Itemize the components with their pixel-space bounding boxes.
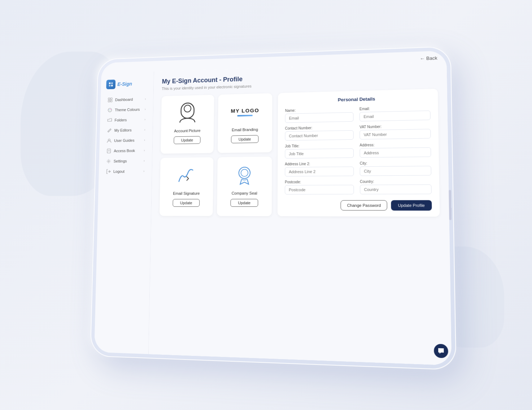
back-label: Back	[426, 55, 437, 61]
svg-rect-7	[110, 100, 112, 102]
city-label: City:	[360, 161, 431, 165]
account-picture-update-btn[interactable]: Update	[174, 136, 201, 144]
postcode-input[interactable]	[285, 185, 354, 195]
sidebar-item-my-editors[interactable]: My Editors ›	[102, 125, 151, 135]
scrollbar[interactable]	[449, 190, 452, 220]
email-branding-icon-area: MY LOGO	[231, 99, 259, 125]
company-seal-svg	[235, 163, 254, 187]
sidebar-item-user-guides[interactable]: User Guides ›	[101, 135, 151, 146]
svg-point-21	[241, 169, 248, 176]
job-title-input[interactable]	[285, 148, 354, 158]
sidebar-item-access-book[interactable]: Access Book ›	[101, 145, 150, 156]
sidebar-item-logout[interactable]: Logout ›	[101, 166, 150, 176]
card-account-picture: Account Picture Update	[161, 95, 214, 154]
name-input[interactable]	[285, 112, 354, 123]
country-label: Country:	[360, 179, 431, 184]
logo-underline	[237, 114, 253, 116]
sidebar: E-Sign Dashboard ›	[94, 71, 154, 354]
form-group-country: Country:	[360, 179, 432, 195]
card-email-signature: Email Signature Update	[160, 157, 213, 216]
address-input[interactable]	[359, 147, 431, 158]
sidebar-item-theme-colours[interactable]: Theme Colours ›	[102, 104, 151, 115]
company-seal-label: Company Seal	[232, 191, 257, 195]
svg-point-19	[184, 105, 191, 112]
sidebar-label-access: Access Book	[114, 149, 135, 153]
logo-text: E-Sign	[117, 81, 132, 87]
chevron-icon-7: ›	[144, 159, 145, 163]
back-arrow-icon: ←	[420, 56, 425, 61]
svg-rect-5	[110, 98, 112, 100]
chevron-icon-5: ›	[144, 138, 145, 142]
folder-icon	[107, 118, 112, 123]
chevron-icon-8: ›	[143, 170, 144, 173]
email-signature-update-btn[interactable]: Update	[173, 199, 200, 207]
form-group-city: City:	[360, 161, 431, 176]
svg-point-16	[108, 161, 109, 162]
back-button[interactable]: ← Back	[420, 55, 437, 61]
chevron-icon-6: ›	[144, 149, 145, 152]
main-area: E-Sign Dashboard ›	[94, 62, 452, 365]
contact-label: Contact Number:	[285, 125, 354, 130]
user-icon	[107, 138, 112, 143]
sidebar-label-dashboard: Dashboard	[115, 97, 133, 102]
logo-icon	[106, 79, 115, 89]
chevron-icon-3: ›	[144, 118, 145, 121]
form-group-name: Name:	[285, 107, 354, 123]
city-input[interactable]	[360, 166, 431, 176]
svg-point-20	[239, 167, 250, 179]
svg-rect-6	[108, 100, 110, 102]
sidebar-item-folders[interactable]: Folders ›	[102, 115, 151, 125]
email-input[interactable]	[359, 110, 431, 121]
address2-input[interactable]	[285, 166, 354, 176]
sidebar-item-settings[interactable]: Settings ›	[101, 156, 150, 166]
sidebar-item-dashboard[interactable]: Dashboard ›	[103, 94, 151, 105]
change-password-button[interactable]: Change Password	[341, 200, 387, 211]
chevron-icon-2: ›	[145, 108, 146, 111]
cog-icon	[106, 159, 111, 163]
personal-details-form: Name: Email: Contact Number:	[285, 105, 432, 195]
chevron-icon: ›	[145, 97, 146, 101]
contact-input[interactable]	[285, 130, 354, 141]
sidebar-label-theme: Theme Colours	[115, 107, 140, 112]
address2-label: Address Line 2:	[285, 161, 354, 166]
account-picture-icon-area	[178, 101, 197, 125]
form-group-contact: Contact Number:	[285, 125, 354, 141]
email-branding-update-btn[interactable]: Update	[231, 135, 258, 143]
job-title-label: Job Title:	[285, 143, 354, 148]
chat-icon	[437, 347, 445, 354]
card-company-seal: Company Seal Update	[217, 156, 272, 216]
form-group-job-title: Job Title:	[285, 143, 354, 158]
form-group-address2: Address Line 2:	[285, 161, 354, 176]
svg-rect-4	[108, 98, 110, 100]
postcode-label: Postcode:	[285, 180, 354, 184]
vat-label: VAT Number:	[359, 124, 431, 129]
personal-details-panel: Personal Details Name: Email:	[278, 89, 440, 217]
account-picture-svg	[178, 102, 197, 124]
card-email-branding: MY LOGO Email Branding Update	[218, 93, 272, 153]
form-actions: Change Password Update Profile	[285, 200, 432, 211]
edit-icon	[107, 128, 112, 133]
svg-rect-3	[111, 85, 113, 87]
svg-point-8	[108, 108, 112, 112]
email-signature-label: Email Signature	[173, 191, 200, 195]
update-profile-button[interactable]: Update Profile	[391, 200, 432, 211]
form-group-postcode: Postcode:	[285, 180, 354, 195]
email-branding-label: Email Branding	[232, 127, 258, 132]
book-icon	[106, 148, 111, 153]
personal-details-title: Personal Details	[285, 95, 430, 104]
chevron-icon-4: ›	[144, 128, 145, 132]
palette-icon	[108, 108, 112, 112]
svg-point-9	[109, 109, 110, 110]
svg-rect-0	[109, 82, 111, 84]
company-seal-update-btn[interactable]: Update	[231, 199, 258, 207]
sidebar-label-guides: User Guides	[114, 138, 134, 143]
tablet-device: ← Back	[90, 46, 457, 370]
grid-icon	[108, 97, 113, 102]
sidebar-label-logout: Logout	[113, 169, 125, 174]
form-group-email: Email:	[359, 105, 431, 122]
country-input[interactable]	[360, 184, 432, 194]
vat-input[interactable]	[359, 129, 431, 140]
form-group-address: Address:	[359, 142, 431, 158]
page-header: My E-Sign Account - Profile This is your…	[162, 69, 437, 91]
content-area: My E-Sign Account - Profile This is your…	[149, 62, 452, 365]
